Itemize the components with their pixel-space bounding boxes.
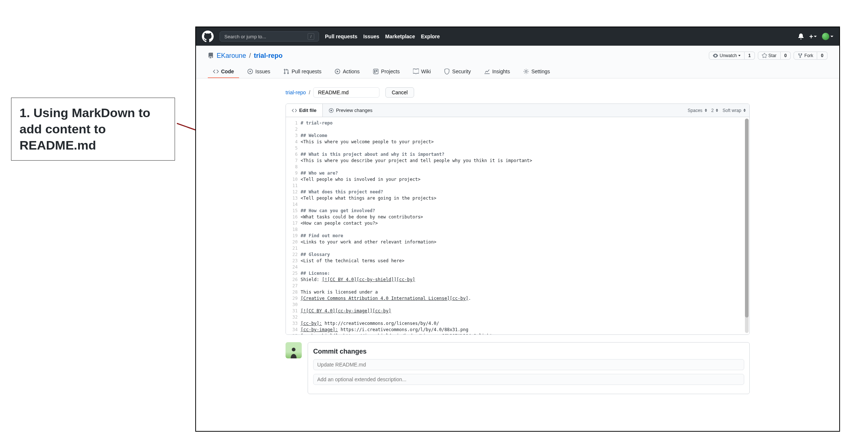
nav-pull-requests[interactable]: Pull requests bbox=[325, 34, 357, 39]
repo-name-link[interactable]: trial-repo bbox=[254, 52, 283, 60]
code-editor[interactable]: 1234567891011121314151617181920212223242… bbox=[286, 117, 749, 334]
scrollbar-thumb[interactable] bbox=[745, 119, 749, 318]
indent-mode-select[interactable]: Spaces bbox=[688, 108, 707, 113]
avatar-menu[interactable] bbox=[822, 33, 833, 40]
svg-rect-5 bbox=[374, 70, 375, 73]
svg-point-10 bbox=[292, 348, 295, 351]
bell-icon[interactable] bbox=[798, 34, 804, 39]
code-content[interactable]: # trial-repo ## Welcome<This is where yo… bbox=[301, 117, 749, 334]
search-input[interactable]: Search or jump to... / bbox=[220, 31, 319, 42]
avatar-icon bbox=[822, 33, 829, 40]
commit-summary-input[interactable] bbox=[313, 359, 744, 370]
tab-security[interactable]: Security bbox=[439, 66, 476, 78]
line-gutter: 1234567891011121314151617181920212223242… bbox=[286, 117, 301, 334]
unwatch-button[interactable]: Unwatch bbox=[709, 52, 745, 60]
tab-projects[interactable]: Projects bbox=[368, 66, 405, 78]
commit-section: Commit changes bbox=[286, 342, 750, 394]
svg-point-2 bbox=[249, 71, 251, 72]
nav-issues[interactable]: Issues bbox=[363, 34, 379, 39]
preview-changes-tab[interactable]: Preview changes bbox=[323, 104, 378, 117]
watch-count[interactable]: 1 bbox=[745, 52, 755, 60]
fork-count[interactable]: 0 bbox=[817, 52, 827, 60]
annotation-callout: 1. Using MarkDown to add content to READ… bbox=[11, 98, 175, 161]
commit-avatar-icon bbox=[286, 342, 302, 358]
filename-input[interactable] bbox=[313, 87, 379, 98]
svg-rect-4 bbox=[374, 69, 378, 74]
search-placeholder: Search or jump to... bbox=[224, 34, 266, 39]
repo-tabs: Code Issues Pull requests Actions Projec… bbox=[208, 66, 827, 78]
github-logo-icon[interactable] bbox=[202, 31, 214, 42]
svg-point-9 bbox=[330, 109, 332, 111]
tab-actions[interactable]: Actions bbox=[329, 66, 365, 78]
wrap-mode-select[interactable]: Soft wrap bbox=[722, 108, 746, 113]
main-content: trial-repo / Cancel Edit file Preview ch… bbox=[196, 78, 839, 403]
nav-explore[interactable]: Explore bbox=[421, 34, 440, 39]
svg-rect-6 bbox=[376, 70, 377, 72]
tab-settings[interactable]: Settings bbox=[518, 66, 555, 78]
cancel-button[interactable]: Cancel bbox=[385, 87, 414, 98]
slash-key-icon: / bbox=[308, 33, 314, 40]
star-button[interactable]: Star bbox=[758, 52, 781, 60]
file-breadcrumb: trial-repo / Cancel bbox=[286, 87, 750, 98]
global-header: Search or jump to... / Pull requests Iss… bbox=[196, 27, 839, 46]
edit-file-tab[interactable]: Edit file bbox=[286, 104, 323, 117]
tab-code[interactable]: Code bbox=[208, 66, 239, 78]
tab-pull-requests[interactable]: Pull requests bbox=[278, 66, 326, 78]
commit-description-input[interactable] bbox=[313, 374, 744, 385]
star-count[interactable]: 0 bbox=[781, 52, 791, 60]
repo-breadcrumb: EKaroune / trial-repo bbox=[208, 52, 283, 60]
repo-owner-link[interactable]: EKaroune bbox=[217, 52, 246, 60]
commit-form: Commit changes bbox=[308, 342, 750, 394]
fork-button[interactable]: Fork bbox=[794, 52, 817, 60]
tab-insights[interactable]: Insights bbox=[479, 66, 515, 78]
indent-size-select[interactable]: 2 bbox=[711, 108, 718, 113]
tab-issues[interactable]: Issues bbox=[242, 66, 275, 78]
commit-title: Commit changes bbox=[313, 348, 744, 355]
nav-marketplace[interactable]: Marketplace bbox=[385, 34, 415, 39]
repo-header: EKaroune / trial-repo Unwatch 1 Star 0 F… bbox=[196, 46, 839, 78]
breadcrumb-root-link[interactable]: trial-repo bbox=[286, 90, 306, 95]
tab-wiki[interactable]: Wiki bbox=[408, 66, 436, 78]
svg-point-7 bbox=[525, 71, 527, 73]
github-window: Search or jump to... / Pull requests Iss… bbox=[195, 27, 840, 432]
repo-icon bbox=[208, 53, 214, 59]
editor-panel: Edit file Preview changes Spaces 2 Soft … bbox=[286, 104, 750, 335]
global-nav: Pull requests Issues Marketplace Explore bbox=[325, 34, 440, 39]
create-menu[interactable]: + bbox=[809, 33, 817, 41]
